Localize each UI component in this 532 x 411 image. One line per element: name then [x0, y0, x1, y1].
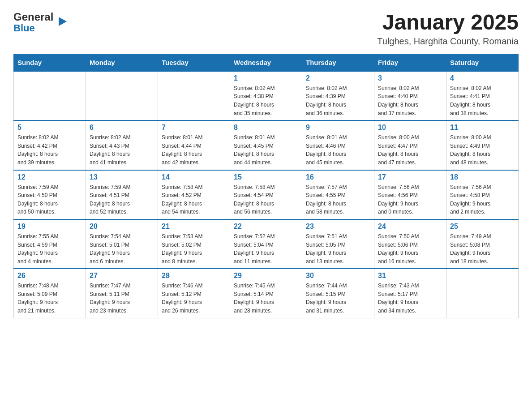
day-info: Sunrise: 8:02 AMSunset: 4:40 PMDaylight:…	[378, 84, 442, 117]
calendar-cell: 19Sunrise: 7:55 AMSunset: 4:59 PMDayligh…	[14, 219, 86, 269]
day-info: Sunrise: 8:01 AMSunset: 4:46 PMDaylight:…	[306, 133, 370, 167]
day-info: Sunrise: 8:02 AMSunset: 4:39 PMDaylight:…	[306, 84, 370, 117]
day-number: 15	[234, 173, 298, 181]
calendar-cell: 29Sunrise: 7:45 AMSunset: 5:14 PMDayligh…	[230, 269, 302, 318]
day-info: Sunrise: 7:50 AMSunset: 5:06 PMDaylight:…	[378, 232, 442, 265]
day-number: 26	[17, 272, 82, 280]
calendar-cell: 21Sunrise: 7:53 AMSunset: 5:02 PMDayligh…	[158, 219, 230, 269]
day-info: Sunrise: 7:43 AMSunset: 5:17 PMDaylight:…	[378, 282, 442, 315]
calendar-cell: 5Sunrise: 8:02 AMSunset: 4:42 PMDaylight…	[14, 120, 86, 170]
logo: General Blue	[13, 11, 59, 34]
day-info: Sunrise: 7:53 AMSunset: 5:02 PMDaylight:…	[162, 232, 226, 265]
day-header-saturday: Saturday	[446, 54, 519, 71]
day-number: 31	[378, 272, 442, 280]
calendar-cell: 25Sunrise: 7:49 AMSunset: 5:08 PMDayligh…	[446, 219, 519, 269]
calendar-cell: 6Sunrise: 8:02 AMSunset: 4:43 PMDaylight…	[86, 120, 158, 170]
day-number: 5	[17, 124, 82, 132]
calendar-subtitle: Tulghes, Harghita County, Romania	[377, 36, 519, 47]
day-number: 12	[17, 173, 82, 181]
calendar-cell: 12Sunrise: 7:59 AMSunset: 4:50 PMDayligh…	[14, 170, 86, 219]
day-number: 3	[378, 74, 442, 82]
day-number: 25	[450, 223, 515, 231]
calendar-cell: 17Sunrise: 7:56 AMSunset: 4:56 PMDayligh…	[374, 170, 446, 219]
day-number: 30	[306, 272, 370, 280]
logo-arrow-icon	[59, 17, 67, 26]
day-number: 29	[234, 272, 298, 280]
calendar-cell: 24Sunrise: 7:50 AMSunset: 5:06 PMDayligh…	[374, 219, 446, 269]
day-number: 14	[162, 173, 226, 181]
calendar-cell: 18Sunrise: 7:56 AMSunset: 4:58 PMDayligh…	[446, 170, 519, 219]
calendar-cell: 13Sunrise: 7:59 AMSunset: 4:51 PMDayligh…	[86, 170, 158, 219]
logo-general: General	[13, 11, 53, 23]
day-info: Sunrise: 8:00 AMSunset: 4:47 PMDaylight:…	[378, 133, 442, 167]
day-info: Sunrise: 7:46 AMSunset: 5:12 PMDaylight:…	[162, 282, 226, 315]
day-number: 21	[162, 223, 226, 231]
calendar-cell: 31Sunrise: 7:43 AMSunset: 5:17 PMDayligh…	[374, 269, 446, 318]
day-header-wednesday: Wednesday	[230, 54, 302, 71]
day-info: Sunrise: 7:49 AMSunset: 5:08 PMDaylight:…	[450, 232, 515, 265]
day-info: Sunrise: 7:56 AMSunset: 4:56 PMDaylight:…	[378, 183, 442, 216]
calendar-cell	[446, 269, 519, 318]
day-header-monday: Monday	[86, 54, 158, 71]
day-info: Sunrise: 7:48 AMSunset: 5:09 PMDaylight:…	[17, 282, 82, 315]
day-info: Sunrise: 8:02 AMSunset: 4:38 PMDaylight:…	[234, 84, 298, 117]
calendar-cell: 8Sunrise: 8:01 AMSunset: 4:45 PMDaylight…	[230, 120, 302, 170]
calendar-cell: 1Sunrise: 8:02 AMSunset: 4:38 PMDaylight…	[230, 71, 302, 120]
day-number: 9	[306, 124, 370, 132]
day-info: Sunrise: 7:54 AMSunset: 5:01 PMDaylight:…	[90, 232, 154, 265]
day-number: 22	[234, 223, 298, 231]
week-row-2: 5Sunrise: 8:02 AMSunset: 4:42 PMDaylight…	[14, 120, 519, 170]
day-number: 10	[378, 124, 442, 132]
calendar-cell: 30Sunrise: 7:44 AMSunset: 5:15 PMDayligh…	[302, 269, 374, 318]
day-info: Sunrise: 8:00 AMSunset: 4:49 PMDaylight:…	[450, 133, 515, 167]
day-info: Sunrise: 7:47 AMSunset: 5:11 PMDaylight:…	[90, 282, 154, 315]
day-number: 24	[378, 223, 442, 231]
day-number: 19	[17, 223, 82, 231]
day-headers-row: SundayMondayTuesdayWednesdayThursdayFrid…	[14, 54, 519, 71]
calendar-cell: 7Sunrise: 8:01 AMSunset: 4:44 PMDaylight…	[158, 120, 230, 170]
day-number: 16	[306, 173, 370, 181]
day-info: Sunrise: 8:01 AMSunset: 4:44 PMDaylight:…	[162, 133, 226, 167]
calendar-cell: 22Sunrise: 7:52 AMSunset: 5:04 PMDayligh…	[230, 219, 302, 269]
calendar-cell	[158, 71, 230, 120]
day-header-friday: Friday	[374, 54, 446, 71]
day-number: 28	[162, 272, 226, 280]
calendar-title: January 2025	[377, 11, 519, 34]
day-number: 2	[306, 74, 370, 82]
day-number: 18	[450, 173, 515, 181]
week-row-5: 26Sunrise: 7:48 AMSunset: 5:09 PMDayligh…	[14, 269, 519, 318]
day-info: Sunrise: 7:45 AMSunset: 5:14 PMDaylight:…	[234, 282, 298, 315]
day-number: 17	[378, 173, 442, 181]
calendar-cell: 2Sunrise: 8:02 AMSunset: 4:39 PMDaylight…	[302, 71, 374, 120]
calendar-cell: 4Sunrise: 8:02 AMSunset: 4:41 PMDaylight…	[446, 71, 519, 120]
header: General Blue January 2025 Tulghes, Hargh…	[13, 11, 519, 47]
day-number: 4	[450, 74, 515, 82]
calendar-cell: 11Sunrise: 8:00 AMSunset: 4:49 PMDayligh…	[446, 120, 519, 170]
calendar-cell	[86, 71, 158, 120]
day-info: Sunrise: 7:51 AMSunset: 5:05 PMDaylight:…	[306, 232, 370, 265]
day-number: 11	[450, 124, 515, 132]
day-info: Sunrise: 8:01 AMSunset: 4:45 PMDaylight:…	[234, 133, 298, 167]
calendar-cell: 10Sunrise: 8:00 AMSunset: 4:47 PMDayligh…	[374, 120, 446, 170]
week-row-1: 1Sunrise: 8:02 AMSunset: 4:38 PMDaylight…	[14, 71, 519, 120]
calendar-cell: 14Sunrise: 7:58 AMSunset: 4:52 PMDayligh…	[158, 170, 230, 219]
calendar-cell: 23Sunrise: 7:51 AMSunset: 5:05 PMDayligh…	[302, 219, 374, 269]
calendar-cell: 3Sunrise: 8:02 AMSunset: 4:40 PMDaylight…	[374, 71, 446, 120]
title-area: January 2025 Tulghes, Harghita County, R…	[377, 11, 519, 47]
day-number: 7	[162, 124, 226, 132]
day-info: Sunrise: 7:57 AMSunset: 4:55 PMDaylight:…	[306, 183, 370, 216]
day-number: 23	[306, 223, 370, 231]
day-info: Sunrise: 7:59 AMSunset: 4:50 PMDaylight:…	[17, 183, 82, 216]
day-info: Sunrise: 7:55 AMSunset: 4:59 PMDaylight:…	[17, 232, 82, 265]
day-number: 8	[234, 124, 298, 132]
calendar-cell: 28Sunrise: 7:46 AMSunset: 5:12 PMDayligh…	[158, 269, 230, 318]
day-number: 6	[90, 124, 154, 132]
week-row-4: 19Sunrise: 7:55 AMSunset: 4:59 PMDayligh…	[14, 219, 519, 269]
day-info: Sunrise: 7:58 AMSunset: 4:54 PMDaylight:…	[234, 183, 298, 216]
calendar-cell: 27Sunrise: 7:47 AMSunset: 5:11 PMDayligh…	[86, 269, 158, 318]
day-number: 27	[90, 272, 154, 280]
calendar-cell: 26Sunrise: 7:48 AMSunset: 5:09 PMDayligh…	[14, 269, 86, 318]
calendar-table: SundayMondayTuesdayWednesdayThursdayFrid…	[13, 54, 519, 318]
calendar-cell	[14, 71, 86, 120]
svg-marker-0	[59, 17, 67, 26]
